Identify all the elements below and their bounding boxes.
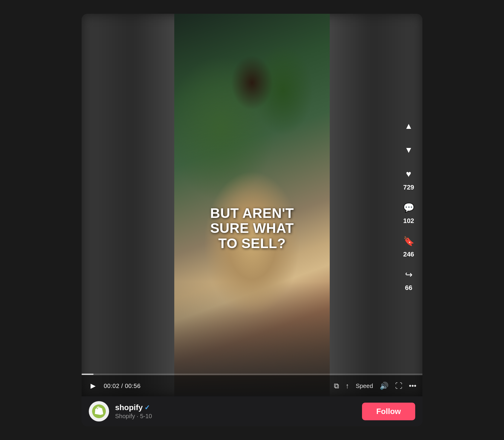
like-button[interactable]: ♥ 729	[401, 166, 416, 191]
bookmark-button[interactable]: 🔖 246	[401, 233, 416, 258]
fullscreen-icon[interactable]: ⛶	[395, 382, 402, 390]
bookmark-icon: 🔖	[401, 233, 416, 249]
video-content[interactable]: BUT AREN'T SURE WHAT TO SELL?	[174, 14, 330, 396]
time-display: 00:02 / 00:56	[104, 383, 140, 389]
video-center: BUT AREN'T SURE WHAT TO SELL?	[174, 14, 330, 396]
play-button[interactable]: ▶	[88, 381, 98, 391]
controls-bar: ▶ 00:02 / 00:56 ⧉ ↑ Speed 🔊 ⛶ •••	[82, 375, 422, 396]
account-name: shopify ✓	[115, 403, 356, 412]
bookmark-count: 246	[403, 250, 414, 258]
follow-button[interactable]: Follow	[362, 403, 415, 420]
more-icon[interactable]: •••	[409, 382, 416, 390]
verified-badge: ✓	[144, 404, 150, 412]
copy-icon[interactable]: ⧉	[334, 382, 339, 390]
controls-right: ⧉ ↑ Speed 🔊 ⛶ •••	[334, 382, 416, 390]
video-area: BUT AREN'T SURE WHAT TO SELL? ▲ ▼ ♥ 729 …	[82, 14, 422, 396]
progress-bar-fill	[82, 374, 94, 375]
shopify-logo	[92, 404, 106, 418]
comment-count: 102	[403, 217, 414, 225]
upload-icon[interactable]: ↑	[346, 382, 349, 390]
share-icon: ↪	[401, 267, 416, 282]
speed-button[interactable]: Speed	[356, 383, 373, 389]
account-subtitle: Shopify · 5-10	[115, 413, 356, 420]
comment-icon: 💬	[401, 200, 416, 215]
nav-down-button[interactable]: ▼	[401, 142, 416, 158]
heart-icon: ♥	[401, 166, 416, 182]
info-bar: shopify ✓ Shopify · 5-10 Follow	[82, 396, 422, 426]
side-controls: ▲ ▼ ♥ 729 💬 102 🔖 246 ↪ 66	[401, 118, 416, 292]
share-button[interactable]: ↪ 66	[401, 267, 416, 292]
volume-icon[interactable]: 🔊	[380, 382, 389, 390]
video-overlay-text: BUT AREN'T SURE WHAT TO SELL?	[210, 206, 294, 251]
player-container: BUT AREN'T SURE WHAT TO SELL? ▲ ▼ ♥ 729 …	[82, 14, 422, 426]
nav-up-button[interactable]: ▲	[401, 118, 416, 134]
like-count: 729	[403, 184, 414, 191]
account-info: shopify ✓ Shopify · 5-10	[115, 403, 356, 420]
avatar	[89, 401, 109, 421]
share-count: 66	[405, 284, 412, 292]
comment-button[interactable]: 💬 102	[401, 200, 416, 225]
progress-bar-container[interactable]	[82, 374, 422, 375]
